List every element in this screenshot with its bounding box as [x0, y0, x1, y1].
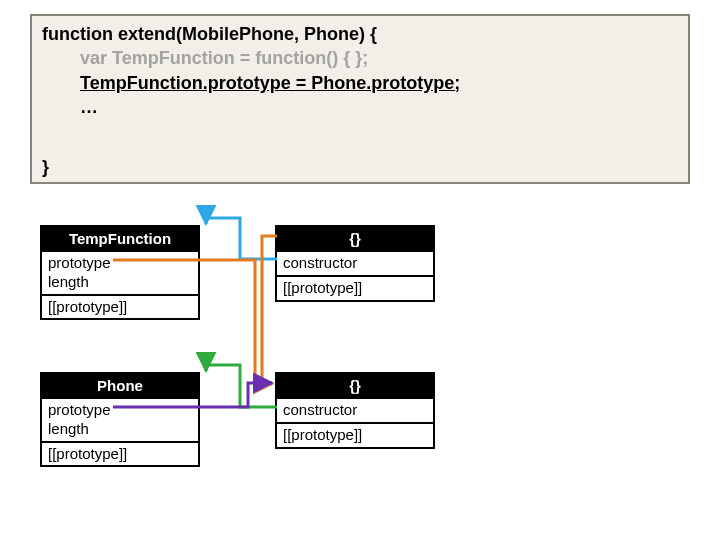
prop-internal-proto: [[prototype]] — [48, 445, 192, 464]
prop-constructor: constructor — [283, 254, 427, 273]
code-line-1: var TempFunction = function() { }; — [42, 46, 678, 70]
prop-length: length — [48, 273, 192, 292]
object-title: TempFunction — [42, 227, 198, 250]
code-signature: function extend(MobilePhone, Phone) { — [42, 22, 678, 46]
prop-internal-proto: [[prototype]] — [283, 426, 427, 445]
code-close: } — [42, 155, 678, 179]
arrow-constructor-to-tempfunction — [206, 218, 277, 259]
prop-length: length — [48, 420, 192, 439]
object-temp-proto: {} constructor [[prototype]] — [275, 225, 435, 302]
object-title: Phone — [42, 374, 198, 397]
object-phone-proto: {} constructor [[prototype]] — [275, 372, 435, 449]
prop-prototype: prototype — [48, 401, 192, 420]
object-title: {} — [277, 227, 433, 250]
prop-internal-proto: [[prototype]] — [48, 298, 192, 317]
code-box: function extend(MobilePhone, Phone) { va… — [30, 14, 690, 184]
code-line-2: TempFunction.prototype = Phone.prototype… — [42, 71, 678, 95]
arrow-constructor-to-phone — [206, 365, 277, 407]
prop-internal-proto: [[prototype]] — [283, 279, 427, 298]
object-title: {} — [277, 374, 433, 397]
object-temp-function: TempFunction prototype length [[prototyp… — [40, 225, 200, 320]
prop-prototype: prototype — [48, 254, 192, 273]
object-phone: Phone prototype length [[prototype]] — [40, 372, 200, 467]
code-line-3: … — [42, 95, 678, 119]
prop-constructor: constructor — [283, 401, 427, 420]
